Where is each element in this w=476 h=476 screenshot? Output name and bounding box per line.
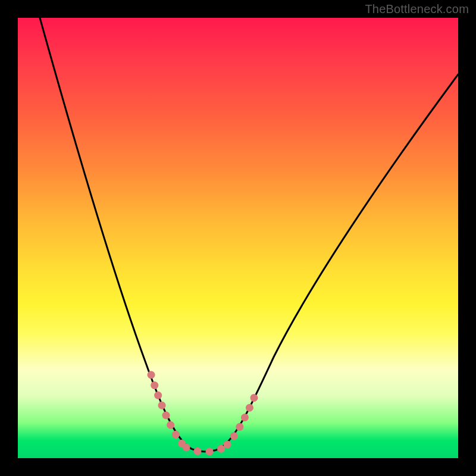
watermark-text: TheBottleneck.com xyxy=(365,2,469,16)
highlight-right-ascent xyxy=(227,391,257,444)
curve-svg xyxy=(18,18,458,458)
plot-area xyxy=(18,18,458,458)
bottleneck-curve xyxy=(40,18,458,452)
highlight-left-descent xyxy=(151,375,183,445)
